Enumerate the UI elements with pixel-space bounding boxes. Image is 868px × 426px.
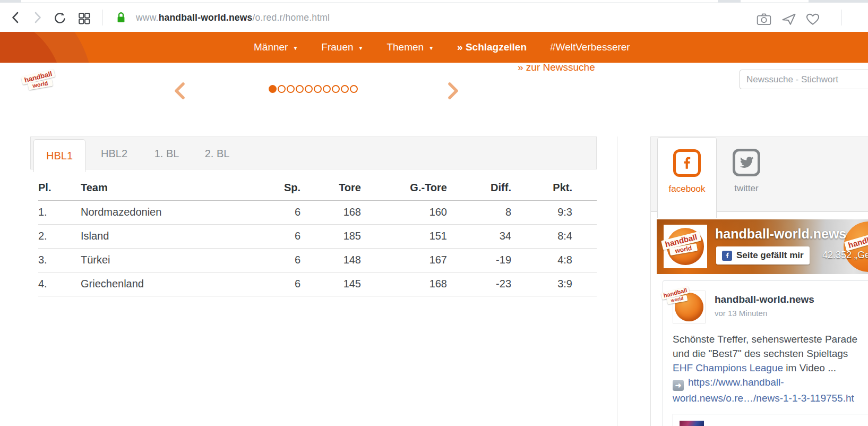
carousel-dot-1[interactable] — [269, 85, 277, 93]
table-cell: 34 — [447, 224, 511, 248]
logo-ribbons: handball world — [21, 69, 57, 92]
arrow-right-icon: ➜ — [673, 380, 684, 391]
facebook-page-banner[interactable]: handball handball world handball-world.n… — [657, 219, 868, 274]
nav-item-label: Frauen — [321, 41, 353, 53]
column-divider — [617, 137, 618, 426]
table-cell: 4:8 — [511, 248, 597, 272]
column-header-pkt: Pkt. — [511, 176, 597, 200]
address-bar[interactable]: www.handball-world.news/o.red.r/home.htm… — [115, 3, 330, 32]
camera-icon[interactable] — [756, 12, 772, 26]
column-header-team: Team — [81, 176, 245, 200]
nav-item-schlagzeilen[interactable]: » Schlagzeilen — [457, 41, 527, 53]
news-search-input[interactable] — [740, 70, 868, 89]
column-header-tore: Tore — [300, 176, 361, 200]
table-cell: Griechenland — [81, 272, 245, 296]
zur-newssuche-link[interactable]: » zur Newssuche — [518, 62, 595, 73]
carousel-dots — [269, 85, 358, 93]
carousel-dot-4[interactable] — [296, 85, 304, 93]
post-link[interactable]: EHF Champions League — [673, 362, 783, 373]
post-link[interactable]: https://www.handball- — [688, 377, 784, 388]
back-icon[interactable] — [8, 10, 23, 25]
carousel-dot-10[interactable] — [350, 85, 358, 93]
post-link-preview[interactable]: Handball im Fernseh — [673, 414, 868, 426]
table-cell: 6 — [245, 248, 300, 272]
post-author[interactable]: handball-world.news — [715, 294, 814, 305]
nav-item-weltverbesserer[interactable]: #WeltVerbesserer — [550, 41, 630, 53]
carousel-dot-7[interactable] — [323, 85, 331, 93]
table-cell: 3. — [38, 248, 81, 272]
browser-tab-strip — [0, 0, 868, 3]
social-pane: handball handball world handball-world.n… — [650, 211, 868, 426]
table-cell: 6 — [245, 224, 300, 248]
column-header-sp: Sp. — [245, 176, 300, 200]
post-avatar[interactable]: handball world — [673, 291, 706, 323]
tab-strip-segment — [0, 0, 21, 3]
nav-item-themen[interactable]: Themen▼ — [386, 41, 434, 53]
carousel-prev-icon[interactable] — [172, 81, 187, 100]
heart-icon[interactable] — [805, 12, 820, 26]
forward-icon[interactable] — [30, 10, 45, 25]
table-row[interactable]: 1.Nordmazedonien616816089:3 — [38, 200, 597, 224]
tab-strip-segment — [718, 0, 741, 3]
carousel-dot-2[interactable] — [278, 85, 286, 93]
post-link[interactable]: world.news/o.re…/news-1-1-3-119755.ht — [673, 393, 854, 404]
standings-tab-1-bl[interactable]: 1. BL — [140, 137, 193, 170]
site-logo[interactable]: handball world — [24, 64, 54, 94]
twitter-icon — [733, 149, 760, 176]
facebook-like-button[interactable]: Seite gefällt mir — [716, 246, 810, 265]
nav-item-label: » Schlagzeilen — [457, 41, 527, 53]
send-icon[interactable] — [781, 12, 797, 27]
post-body: Schönste Treffer, sehenswerteste Paradeu… — [673, 332, 868, 405]
lock-icon — [115, 11, 127, 24]
tab-strip-segment — [809, 0, 868, 3]
social-tab-label: facebook — [669, 184, 706, 194]
table-cell: Island — [81, 224, 245, 248]
post-text-line: und die "Best7" des sechsten Spieltags — [673, 346, 868, 361]
standings-tab-hbl2[interactable]: HBL2 — [85, 137, 143, 170]
tiles-grid-icon[interactable] — [78, 12, 91, 25]
table-cell: 167 — [361, 248, 447, 272]
column-header-diff: Diff. — [447, 176, 511, 200]
carousel-dot-6[interactable] — [314, 85, 322, 93]
standings-table-body: 1.Nordmazedonien616816089:32.Island61851… — [38, 200, 597, 296]
post-text: im Video ... — [783, 362, 836, 373]
social-tabs: facebooktwitter — [650, 137, 868, 211]
standings-tab-hbl1[interactable]: HBL1 — [33, 139, 85, 172]
social-tab-label: twitter — [734, 183, 758, 194]
column-header-pl: Pl. — [38, 176, 81, 200]
preview-thumbnail — [680, 421, 704, 426]
toolbar-divider — [841, 10, 841, 25]
social-tab-facebook[interactable]: facebook — [657, 137, 717, 218]
carousel-dot-9[interactable] — [341, 85, 349, 93]
banner-logo: handball world — [664, 225, 707, 268]
table-cell: 168 — [300, 200, 361, 224]
navbar-menu: Männer▼Frauen▼Themen▼» Schlagzeilen#Welt… — [254, 32, 630, 63]
table-row[interactable]: 2.Island6185151348:4 — [38, 224, 597, 248]
table-row[interactable]: 3.Türkei6148167-194:8 — [38, 248, 597, 272]
table-row[interactable]: 4.Griechenland6145168-233:9 — [38, 272, 597, 296]
carousel-next-icon[interactable] — [446, 81, 461, 100]
nav-item-frauen[interactable]: Frauen▼ — [321, 41, 363, 53]
standings-tab-2-bl[interactable]: 2. BL — [191, 137, 244, 170]
table-cell: Nordmazedonien — [81, 200, 245, 224]
table-cell: 160 — [361, 200, 447, 224]
preview-title: Handball im Fernseh — [711, 424, 810, 426]
url-text: www.handball-world.news/o.red.r/home.htm… — [136, 12, 330, 23]
like-button-label: Seite gefällt mir — [736, 250, 804, 261]
table-cell: 145 — [300, 272, 361, 296]
reload-icon[interactable] — [53, 11, 67, 25]
banner-logo-decoration: handball — [844, 221, 868, 272]
table-cell: 6 — [245, 272, 300, 296]
table-cell: 8 — [447, 200, 511, 224]
post-text-line: EHF Champions League im Video ... — [673, 361, 868, 375]
toolbar-divider — [102, 10, 102, 25]
post-author-block: handball-world.news vor 13 Minuten — [715, 291, 814, 323]
nav-item-m-nner[interactable]: Männer▼ — [254, 41, 298, 53]
carousel-dot-5[interactable] — [305, 85, 313, 93]
carousel-dot-3[interactable] — [287, 85, 295, 93]
social-tab-twitter[interactable]: twitter — [717, 149, 776, 194]
post-text-line: world.news/o.re…/news-1-1-3-119755.ht — [673, 391, 868, 405]
post-header: handball world handball-world.news vor 1… — [673, 291, 868, 323]
carousel-dot-8[interactable] — [332, 85, 340, 93]
facebook-icon — [673, 149, 701, 177]
